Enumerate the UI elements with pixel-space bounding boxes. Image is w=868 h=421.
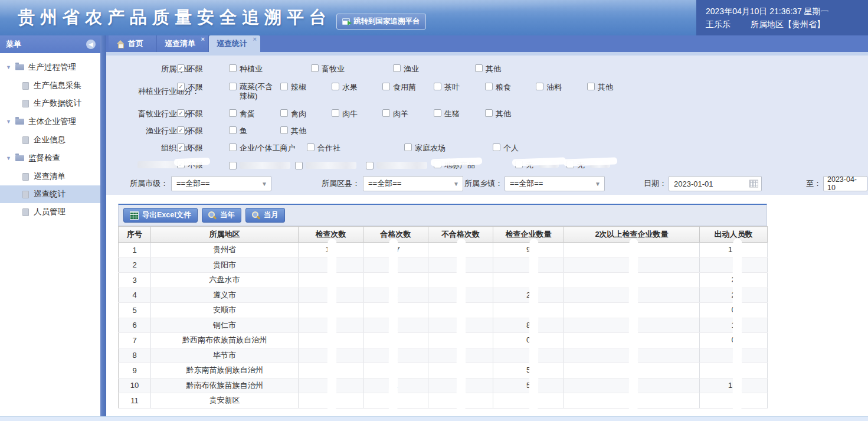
checkbox-其他[interactable]: 其他 <box>280 126 306 136</box>
checkbox-畜牧业[interactable]: 畜牧业 <box>311 64 345 74</box>
checkbox-辣椒[interactable]: 辣椒 <box>280 82 306 93</box>
checkbox-其他[interactable]: 其他 <box>485 109 511 119</box>
sidebar-splitter[interactable] <box>100 35 106 421</box>
row-value-redacted <box>428 363 493 378</box>
triangle-down-icon: ▼ <box>6 155 11 161</box>
checkbox-其他[interactable]: 其他 <box>587 82 613 93</box>
current-year-button[interactable]: 当年 <box>202 208 241 223</box>
table-row[interactable]: 10黔南布依族苗族自治州42581 8 <box>119 378 768 393</box>
table-row[interactable]: 2贵阳市 <box>119 257 768 273</box>
checkbox-肉牛[interactable]: 肉牛 <box>332 109 358 119</box>
sidebar-group-supervision-check[interactable]: ▼监督检查 <box>0 149 100 168</box>
filter-row: 畜牧业行业细分：✓不限禽蛋禽肉肉牛肉羊生猪其他 <box>106 105 868 123</box>
checkbox-种植业[interactable]: 种植业 <box>229 64 263 74</box>
city-select[interactable]: ==全部== ▼ <box>171 176 271 191</box>
checkbox-茶叶[interactable]: 茶叶 <box>434 82 460 93</box>
column-header: 所属地区 <box>151 227 299 243</box>
checkbox-肉羊[interactable]: 肉羊 <box>382 109 408 119</box>
checkbox-redacted[interactable] <box>295 161 356 169</box>
checkbox-label: 不限 <box>188 126 203 136</box>
table-row[interactable]: 4遵义市922 <box>119 288 768 303</box>
checkbox-水果[interactable]: 水果 <box>332 82 358 93</box>
redacted-text <box>590 161 610 168</box>
table-row[interactable]: 9黔东南苗族侗族自治州50 <box>119 363 768 378</box>
checkbox-redacted[interactable] <box>366 161 427 169</box>
checkbox-不限[interactable]: ✓不限 <box>177 126 203 136</box>
row-value-redacted <box>363 333 428 348</box>
sidebar-group-production-process[interactable]: ▼生产过程管理 <box>0 58 100 77</box>
checkbox-粮食[interactable]: 粮食 <box>485 82 511 93</box>
close-tab-icon[interactable]: × <box>201 36 205 43</box>
checkbox-icon <box>332 109 339 117</box>
tab-inspection-list[interactable]: 巡查清单× <box>157 35 209 52</box>
checkbox-无[interactable]: 无 <box>566 160 610 171</box>
sidebar-item-personnel-mgmt[interactable]: 人员管理 <box>0 203 100 221</box>
row-value-redacted <box>428 257 493 273</box>
table-row[interactable]: 11贵安新区 <box>119 393 768 409</box>
collapse-sidebar-icon[interactable]: ◀ <box>86 40 96 49</box>
filter-row: 所属行业：✓不限种植业畜牧业渔业其他 <box>106 60 868 78</box>
calendar-icon[interactable] <box>749 180 758 188</box>
row-value-redacted <box>700 393 768 409</box>
row-value-redacted <box>564 393 700 409</box>
jump-national-platform-button[interactable]: 跳转到国家追溯平台 <box>336 14 426 30</box>
sidebar-item-inspection-stats[interactable]: 巡查统计 <box>0 185 100 203</box>
sidebar-title: 菜单 <box>6 39 21 50</box>
sidebar-item-inspection-list[interactable]: 巡查清单 <box>0 168 100 185</box>
checkbox-禽肉[interactable]: 禽肉 <box>280 109 306 119</box>
town-select[interactable]: ==全部== ▼ <box>505 176 605 191</box>
tab-home[interactable]: 首页 <box>109 35 157 52</box>
checkbox-不限[interactable]: ✓不限 <box>177 143 203 154</box>
tab-inspection-stats[interactable]: 巡查统计× <box>209 35 260 52</box>
table-row[interactable]: 1贵州省1 20791 3 <box>119 243 768 258</box>
checkbox-label: 不限 <box>188 160 203 171</box>
row-value-redacted: 8 <box>564 378 700 393</box>
table-row[interactable]: 5安顺市0 <box>119 303 768 318</box>
checkbox-不限[interactable]: ✓不限 <box>177 82 203 93</box>
checkbox-label: 畜牧业 <box>322 64 345 74</box>
checkbox-企业/个体工商户[interactable]: 企业/个体工商户 <box>229 143 296 154</box>
column-header: 检查次数 <box>299 227 363 243</box>
checkbox-油料[interactable]: 油料 <box>536 82 562 93</box>
checkbox-label: 不限 <box>188 109 203 119</box>
checkbox-合作社[interactable]: 合作社 <box>307 143 340 154</box>
checkbox-禽蛋[interactable]: 禽蛋 <box>229 109 255 119</box>
checkbox-不限[interactable]: ✓不限 <box>177 64 203 74</box>
checkbox-无[interactable]: 无 <box>515 160 559 171</box>
checkbox-其他[interactable]: 其他 <box>475 64 501 74</box>
close-tab-icon[interactable]: × <box>253 36 257 43</box>
checkbox-icon: ✓ <box>177 83 185 90</box>
table-row[interactable]: 6铜仁市81 <box>119 318 768 333</box>
sidebar-item-production-data-stats[interactable]: 生产数据统计 <box>0 94 100 112</box>
checkbox-渔业[interactable]: 渔业 <box>393 64 419 74</box>
row-region: 铜仁市 <box>151 318 299 333</box>
checkbox-icon: ✓ <box>177 143 185 151</box>
chevron-down-icon: ▼ <box>595 181 601 187</box>
checkbox-个人[interactable]: 个人 <box>493 143 519 154</box>
checkbox-redacted[interactable] <box>229 161 290 169</box>
row-value-redacted <box>363 257 428 273</box>
checkbox-不限[interactable]: ✓不限 <box>177 109 203 119</box>
county-select-value: ==全部== <box>368 178 401 189</box>
row-value-redacted <box>493 257 564 273</box>
date-from-input[interactable]: 2023-01-01 <box>669 176 762 191</box>
table-row[interactable]: 7黔西南布依族苗族自治州00 <box>119 333 768 348</box>
checkbox-不限[interactable]: ✓不限 <box>177 160 203 171</box>
checkbox-食用菌[interactable]: 食用菌 <box>382 82 416 93</box>
current-month-button[interactable]: 当月 <box>245 208 285 223</box>
row-value-redacted <box>299 393 363 409</box>
checkbox-蔬菜(不含辣椒)[interactable]: 蔬菜(不含辣椒) <box>229 82 279 101</box>
row-value-redacted: 07 <box>363 243 428 258</box>
checkbox-家庭农场[interactable]: 家庭农场 <box>404 143 446 154</box>
sidebar-item-enterprise-info[interactable]: 企业信息 <box>0 131 100 149</box>
row-region: 黔东南苗族侗族自治州 <box>151 363 299 378</box>
export-excel-button[interactable]: 导出Excel文件 <box>123 208 198 223</box>
table-row[interactable]: 8毕节市0 <box>119 348 768 363</box>
sidebar-group-enterprise-mgmt[interactable]: ▼主体企业管理 <box>0 112 100 131</box>
date-to-input[interactable]: 2023-04-10 <box>823 176 867 191</box>
checkbox-鱼[interactable]: 鱼 <box>229 126 247 136</box>
checkbox-生猪[interactable]: 生猪 <box>434 109 460 119</box>
sidebar-item-production-info-collect[interactable]: 生产信息采集 <box>0 77 100 94</box>
checkbox-地标产品[interactable]: 地标产品 <box>434 160 475 171</box>
table-row[interactable]: 3六盘水市2 <box>119 273 768 288</box>
